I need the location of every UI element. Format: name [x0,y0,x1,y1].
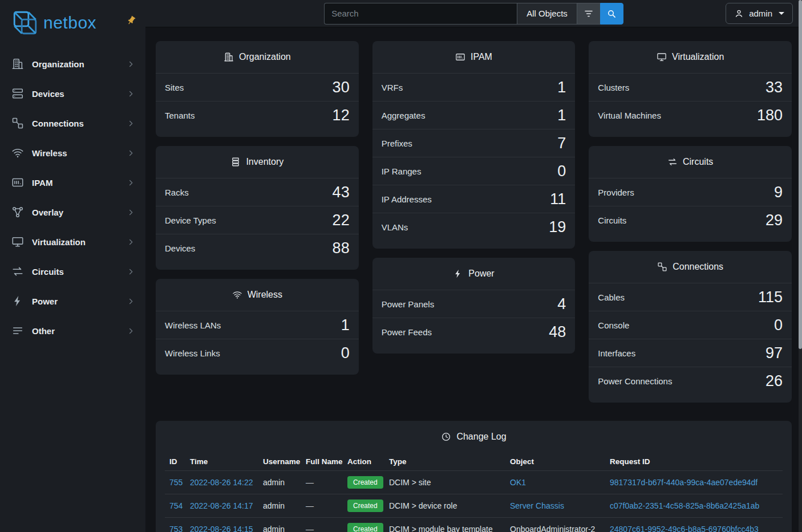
search-input[interactable] [324,3,517,25]
stat-row-racks[interactable]: Racks 43 [156,178,359,206]
change-request-id-link[interactable]: 9817317d-b67f-440a-99ca-4ae07ede94df [610,478,758,487]
change-type: DCIM > site [389,478,431,487]
change-id-link[interactable]: 755 [169,478,183,487]
pin-sidebar-icon[interactable] [126,15,136,26]
stat-label: Virtual Machines [598,111,661,120]
change-request-id-link[interactable]: 24807c61-9952-49c6-b8a5-69760bfcc4b3 [610,525,759,532]
sidebar-item-devices[interactable]: Devices [0,79,145,108]
sidebar-item-label: Organization [32,59,119,69]
card-title: Virtualization [672,52,724,62]
stat-row-interfaces[interactable]: Interfaces 97 [589,339,792,367]
column-header-time: Time [185,453,258,471]
stat-label: Sites [165,83,184,92]
stat-row-console[interactable]: Console 0 [589,311,792,339]
stat-label: VLANs [382,222,408,232]
stat-label: Circuits [598,216,626,225]
page-scrollbar[interactable] [799,0,802,532]
connection-icon [11,117,24,129]
stat-row-virtual-machines[interactable]: Virtual Machines 180 [589,101,792,129]
object-type-select[interactable]: All Objects [517,3,577,25]
building-icon [224,52,234,62]
stat-row-tenants[interactable]: Tenants 12 [156,101,359,129]
sidebar-nav: Organization Devices Connections Wireles… [0,46,145,349]
user-menu-button[interactable]: admin [726,3,793,24]
changelog-card-header: Change Log [156,421,792,453]
transfer-icon [11,265,24,278]
ipam-card-header: IPAM [372,41,576,73]
stat-row-ip-ranges[interactable]: IP Ranges 0 [372,157,576,185]
sidebar-item-other[interactable]: Other [0,316,145,346]
change-id-link[interactable]: 754 [169,501,183,510]
scrollbar-thumb[interactable] [799,0,802,349]
sidebar-item-power[interactable]: Power [0,286,145,316]
caret-down-icon [779,12,784,15]
dashboard-column-2: IPAM VRFs 1 Aggregates 1 Prefixes 7 [372,41,576,354]
change-time-link[interactable]: 2022-08-26 14:15 [190,525,253,532]
stat-row-cables[interactable]: Cables 115 [589,283,792,311]
chevron-right-icon [127,60,135,68]
change-object-link[interactable]: OK1 [510,478,526,487]
search-icon [606,9,617,19]
sidebar-header: netbox [0,0,145,46]
search-button[interactable] [600,3,623,25]
object-type-label: All Objects [526,9,568,18]
change-time-link[interactable]: 2022-08-26 14:22 [190,478,253,487]
chevron-right-icon [127,90,135,98]
stat-row-clusters[interactable]: Clusters 33 [589,73,792,101]
stat-value: 33 [765,79,783,96]
wireless-card: Wireless Wireless LANs 1 Wireless Links … [156,279,359,375]
virtualization-card-header: Virtualization [589,41,792,73]
stat-row-circuits[interactable]: Circuits 29 [589,206,792,234]
stat-row-device-types[interactable]: Device Types 22 [156,206,359,234]
stat-row-sites[interactable]: Sites 30 [156,73,359,101]
stat-row-aggregates[interactable]: Aggregates 1 [372,101,576,129]
stat-label: Wireless LANs [165,320,221,330]
sidebar-item-circuits[interactable]: Circuits [0,257,145,286]
sidebar-item-wireless[interactable]: Wireless [0,138,145,168]
stat-row-power-connections[interactable]: Power Connections 26 [589,367,792,395]
sidebar: netbox Organization Devices Connections [0,0,145,532]
stat-value: 0 [774,316,783,334]
topbar: All Objects admin [145,0,802,27]
main-area: All Objects admin [145,0,802,532]
changelog-table: ID Time Username Full Name Action Type O… [165,453,783,532]
change-time-link[interactable]: 2022-08-26 14:17 [190,501,253,510]
sidebar-item-label: Circuits [32,267,119,277]
stat-row-vrfs[interactable]: VRFs 1 [372,73,576,101]
sidebar-item-overlay[interactable]: Overlay [0,197,145,227]
change-id-link[interactable]: 753 [169,525,183,532]
sidebar-item-label: Other [32,326,119,336]
sidebar-item-organization[interactable]: Organization [0,49,145,79]
stat-row-power-panels[interactable]: Power Panels 4 [372,290,576,318]
netbox-logo[interactable]: netbox [13,10,96,35]
stat-row-ip-addresses[interactable]: IP Addresses 11 [372,185,576,213]
column-header-action: Action [343,453,384,471]
stat-value: 48 [549,323,566,340]
stat-label: Providers [598,188,634,197]
sidebar-item-label: Virtualization [32,237,119,247]
sidebar-item-label: Devices [32,89,119,99]
change-object-link[interactable]: Server Chassis [510,501,564,510]
stat-row-wireless-lans[interactable]: Wireless LANs 1 [156,311,359,339]
ipam-icon [455,52,465,62]
filter-icon [584,9,594,19]
sidebar-item-connections[interactable]: Connections [0,108,145,138]
sidebar-item-virtualization[interactable]: Virtualization [0,227,145,257]
stat-label: Power Feeds [382,327,432,337]
change-request-id-link[interactable]: c07f0ab2-2351-4c58-825a-8b6a2425a1ab [610,501,759,510]
stat-row-vlans[interactable]: VLANs 19 [372,213,576,241]
column-header-id: ID [165,453,185,471]
ipam-card: IPAM VRFs 1 Aggregates 1 Prefixes 7 [372,41,576,249]
filter-button[interactable] [577,3,600,25]
stat-row-providers[interactable]: Providers 9 [589,178,792,206]
stat-row-wireless-links[interactable]: Wireless Links 0 [156,339,359,367]
stat-row-prefixes[interactable]: Prefixes 7 [372,129,576,157]
chevron-right-icon [127,327,135,335]
changelog-table-wrap: ID Time Username Full Name Action Type O… [156,453,792,532]
stat-row-devices[interactable]: Devices 88 [156,234,359,262]
column-header-username: Username [258,453,301,471]
stat-row-power-feeds[interactable]: Power Feeds 48 [372,318,576,346]
stat-value: 0 [341,344,350,362]
sidebar-item-ipam[interactable]: IPAM [0,168,145,197]
wifi-icon [11,147,24,159]
